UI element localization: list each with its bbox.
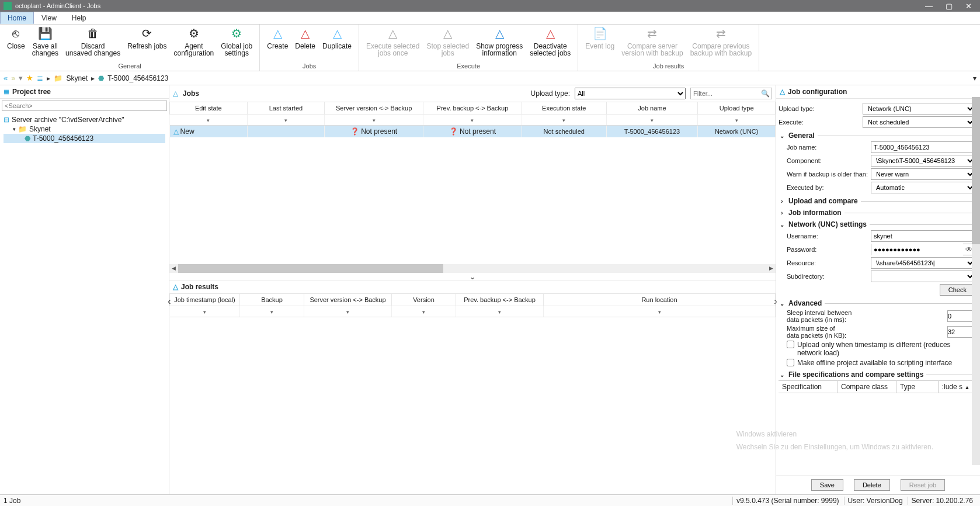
col-srv-backup[interactable]: Server version <-> Backup bbox=[325, 102, 423, 115]
filter-type[interactable]: ▾ bbox=[698, 115, 776, 126]
maximize-button[interactable]: ▢ bbox=[946, 2, 953, 11]
col-last-started[interactable]: Last started bbox=[247, 102, 325, 115]
col-edit-state[interactable]: Edit state bbox=[170, 102, 248, 115]
filter-edit-state[interactable]: ▾ bbox=[170, 115, 248, 126]
status-user: User: VersionDog bbox=[844, 497, 906, 505]
rcol-prev[interactable]: Prev. backup <-> Backup bbox=[456, 294, 544, 306]
question-icon: ❓ bbox=[449, 127, 458, 136]
chevron-right-icon[interactable]: › bbox=[779, 198, 786, 205]
search-icon[interactable]: 🔍 bbox=[760, 89, 770, 98]
rcol-ver[interactable]: Version bbox=[392, 294, 456, 306]
cfg-maxsize[interactable] bbox=[947, 326, 975, 338]
cfg-sleep[interactable] bbox=[947, 310, 975, 322]
close-button[interactable]: ⎋Close bbox=[4, 26, 29, 50]
jobs-filter-input[interactable] bbox=[691, 90, 760, 97]
filter-last-started[interactable]: ▾ bbox=[247, 115, 325, 126]
tree-icon: ≣ bbox=[4, 88, 9, 96]
filter-name[interactable]: ▾ bbox=[606, 115, 698, 126]
config-vscroll[interactable] bbox=[972, 97, 980, 465]
chk-upload-ts[interactable] bbox=[787, 341, 794, 348]
agent-config-button[interactable]: ⚙Agent configuration bbox=[171, 26, 218, 57]
play-icon: △ bbox=[385, 26, 401, 41]
cfg-warn[interactable]: Never warn bbox=[871, 168, 975, 180]
status-version: v9.5.0.473 (Serial number: 9999) bbox=[732, 497, 842, 505]
gear-icon: ⚙ bbox=[229, 26, 244, 41]
folder-icon: 📁 bbox=[18, 125, 27, 133]
jobs-grid: Edit state Last started Server version <… bbox=[169, 102, 776, 137]
component-tree-icon: ⬣ bbox=[25, 134, 30, 143]
tree-folder[interactable]: ▾📁Skynet bbox=[4, 124, 165, 134]
cfg-upload-type[interactable]: Network (UNC) bbox=[863, 103, 975, 115]
tab-view[interactable]: View bbox=[34, 12, 64, 24]
cfg-execute[interactable]: Not scheduled bbox=[863, 116, 975, 128]
show-progress-button[interactable]: △Show progress information bbox=[472, 26, 526, 57]
cfg-username[interactable] bbox=[871, 230, 975, 242]
deactivate-button[interactable]: △Deactivate selected jobs bbox=[526, 26, 574, 57]
chevron-down-icon[interactable]: ⌄ bbox=[779, 300, 786, 307]
tree-search-input[interactable] bbox=[2, 100, 167, 111]
rcol-ts[interactable]: Job timestamp (local) bbox=[170, 294, 240, 306]
collapse-left-toggle[interactable]: ‹ bbox=[166, 290, 173, 313]
cfg-component[interactable]: \Skynet\T-5000_456456123 bbox=[871, 155, 975, 167]
tab-home[interactable]: Home bbox=[0, 12, 34, 24]
create-button[interactable]: △Create bbox=[263, 26, 291, 50]
cfg-subdir[interactable] bbox=[871, 271, 975, 282]
nav-down-icon[interactable]: ▾ bbox=[19, 74, 23, 82]
bc-node[interactable]: T-5000_456456123 bbox=[107, 74, 168, 82]
duplicate-button[interactable]: △Duplicate bbox=[319, 26, 355, 50]
bc-root[interactable]: Skynet bbox=[66, 74, 88, 82]
cmp-prev-button: ⇄Compare previous backup with backup bbox=[687, 26, 755, 57]
rcol-backup[interactable]: Backup bbox=[240, 294, 304, 306]
col-job-name[interactable]: Job name bbox=[606, 102, 698, 115]
job-status-icon: △ bbox=[173, 127, 179, 136]
nav-fwd-icon[interactable]: » bbox=[11, 74, 15, 82]
col-exec-state[interactable]: Execution state bbox=[522, 102, 606, 115]
upload-type-filter[interactable]: All bbox=[575, 88, 686, 99]
filter-exec[interactable]: ▾ bbox=[522, 115, 606, 126]
col-prev-backup[interactable]: Prev. backup <-> Backup bbox=[423, 102, 522, 115]
global-job-settings-button[interactable]: ⚙Global job settings bbox=[217, 26, 256, 57]
question-icon: ❓ bbox=[350, 127, 359, 136]
chevron-down-icon[interactable]: ⌄ bbox=[779, 221, 786, 228]
save-all-button[interactable]: 💾Save all changes bbox=[29, 26, 62, 57]
cfg-password[interactable] bbox=[871, 244, 963, 255]
cfg-job-name[interactable] bbox=[871, 141, 975, 153]
filter-srv[interactable]: ▾ bbox=[325, 115, 423, 126]
chk-offline[interactable] bbox=[787, 359, 794, 366]
filter-prev[interactable]: ▾ bbox=[423, 115, 522, 126]
breadcrumb-expand[interactable]: ▾ bbox=[973, 74, 976, 82]
chevron-down-icon[interactable]: ⌄ bbox=[779, 372, 786, 378]
tree-archive[interactable]: ⊟Server archive "C:\vdServerArchive" bbox=[4, 115, 165, 124]
config-icon: △ bbox=[780, 88, 785, 96]
jobs-hscroll[interactable]: ◀▶ bbox=[169, 264, 776, 273]
chevron-down-icon[interactable]: ⌄ bbox=[779, 133, 786, 139]
list-icon[interactable]: ≣ bbox=[37, 74, 43, 82]
save-button[interactable]: Save bbox=[811, 479, 843, 491]
rcol-loc[interactable]: Run location bbox=[544, 294, 776, 306]
group-jobs-label: Jobs bbox=[263, 63, 355, 71]
check-button[interactable]: Check bbox=[940, 284, 975, 296]
reset-job-button[interactable]: Reset job bbox=[901, 479, 945, 491]
cfg-executed-by[interactable]: Automatic bbox=[871, 182, 975, 193]
col-upload-type[interactable]: Upload type bbox=[698, 102, 776, 115]
job-row[interactable]: △ New ❓ Not present ❓ Not present Not sc… bbox=[170, 126, 776, 138]
center-splitter[interactable]: ⌄ bbox=[169, 273, 776, 280]
close-window-button[interactable]: ✕ bbox=[965, 2, 972, 11]
star-icon[interactable]: ★ bbox=[26, 74, 33, 82]
cfg-resource[interactable]: \\share\\456456123\| bbox=[871, 257, 975, 269]
compare-prev-icon: ⇄ bbox=[713, 26, 728, 41]
chevron-right-icon[interactable]: › bbox=[779, 210, 786, 216]
refresh-jobs-button[interactable]: ⟳Refresh jobs bbox=[124, 26, 170, 50]
discard-button[interactable]: 🗑Discard unsaved changes bbox=[62, 26, 124, 57]
nav-back-icon[interactable]: « bbox=[4, 74, 8, 82]
delete-button[interactable]: △Delete bbox=[291, 26, 319, 50]
tab-help[interactable]: Help bbox=[64, 12, 94, 24]
refresh-icon: ⟳ bbox=[140, 26, 155, 41]
statusbar: 1 Job v9.5.0.473 (Serial number: 9999) U… bbox=[0, 494, 980, 506]
tree-component[interactable]: ⬣T-5000_456456123 bbox=[4, 134, 165, 143]
delete-job-button[interactable]: Delete bbox=[854, 479, 890, 491]
create-icon: △ bbox=[270, 26, 285, 41]
minimize-button[interactable]: — bbox=[925, 2, 933, 11]
rcol-srv[interactable]: Server version <-> Backup bbox=[304, 294, 392, 306]
log-icon: 📄 bbox=[592, 26, 607, 41]
